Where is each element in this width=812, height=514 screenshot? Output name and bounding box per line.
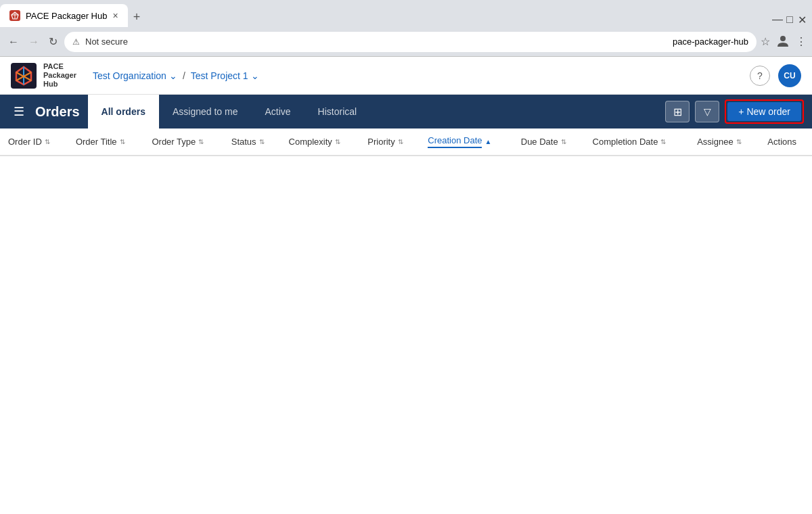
address-input-container[interactable]: ⚠ Not secure pace-packager-hub [64, 32, 757, 52]
breadcrumb-separator: / [183, 70, 185, 81]
breadcrumb: Test Organization ⌄ / Test Project 1 ⌄ [93, 70, 259, 81]
close-window-button[interactable]: ✕ [797, 15, 807, 24]
table-header-row: Order ID ⇅ Order Title ⇅ [0, 128, 812, 156]
col-actions-label: Actions [767, 137, 796, 147]
logo-text: PACE Packager Hub [43, 62, 76, 89]
filter-icon: ▽ [704, 106, 711, 117]
col-priority[interactable]: Priority ⇅ [359, 128, 420, 156]
col-assignee[interactable]: Assignee ⇅ [689, 128, 759, 156]
sort-icon-completion-date: ⇅ [660, 138, 666, 145]
not-secure-label: Not secure [85, 37, 667, 47]
account-button[interactable] [775, 33, 790, 51]
address-bar-actions: ☆ ⋮ [761, 33, 807, 51]
view-toggle-button[interactable]: ⊞ [665, 101, 690, 122]
col-creation-date[interactable]: Creation Date ▲ [420, 128, 512, 156]
table-header: Order ID ⇅ Order Title ⇅ [0, 128, 812, 156]
col-due-date-label: Due Date [521, 137, 558, 147]
tab-active[interactable]: Active [251, 95, 304, 128]
sort-icon-order-type: ⇅ [198, 138, 204, 145]
col-complexity-label: Complexity [289, 137, 332, 147]
breadcrumb-org[interactable]: Test Organization ⌄ [93, 70, 177, 81]
user-avatar[interactable]: CU [778, 64, 801, 87]
app-container: PACE Packager Hub Test Organization ⌄ / … [0, 57, 812, 514]
nav-bar-right: ⊞ ▽ + New order [665, 99, 804, 124]
browser-window: PACE Packager Hub × + — □ ✕ ← → ↻ ⚠ Not … [0, 0, 812, 514]
tab-historical[interactable]: Historical [304, 95, 371, 128]
col-status[interactable]: Status ⇅ [223, 128, 281, 156]
header-right: ? CU [750, 64, 801, 87]
col-actions: Actions [759, 128, 812, 156]
new-order-btn-highlight: + New order [725, 99, 804, 124]
sort-icon-status: ⇅ [259, 138, 265, 145]
project-chevron-icon: ⌄ [251, 70, 259, 81]
nav-bar: ☰ Orders All orders Assigned to me Activ… [0, 95, 812, 128]
forward-button[interactable]: → [26, 33, 42, 51]
new-order-button[interactable]: + New order [727, 102, 801, 121]
col-assignee-label: Assignee [697, 137, 733, 147]
logo-icon [11, 63, 37, 89]
sort-icon-order-title: ⇅ [120, 138, 125, 145]
sort-icon-priority: ⇅ [398, 138, 403, 145]
tab-all-orders[interactable]: All orders [88, 95, 159, 128]
col-completion-date[interactable]: Completion Date ⇅ [585, 128, 690, 156]
app-logo: PACE Packager Hub [11, 62, 76, 89]
app-header: PACE Packager Hub Test Organization ⌄ / … [0, 57, 812, 95]
minimize-button[interactable]: — [773, 15, 782, 24]
project-label: Test Project 1 [191, 70, 248, 81]
col-creation-date-label: Creation Date [428, 135, 482, 148]
col-completion-date-label: Completion Date [593, 137, 658, 147]
sort-icon-order-id: ⇅ [45, 138, 50, 145]
col-order-type[interactable]: Order Type ⇅ [143, 128, 223, 156]
col-order-type-label: Order Type [152, 137, 196, 147]
col-status-label: Status [231, 137, 256, 147]
col-priority-label: Priority [367, 137, 394, 147]
browser-menu-button[interactable]: ⋮ [796, 35, 807, 48]
refresh-button[interactable]: ↻ [46, 32, 60, 51]
url-text: pace-packager-hub [673, 37, 748, 47]
svg-point-4 [780, 36, 786, 41]
sort-icon-due-date: ⇅ [561, 138, 566, 145]
tab-favicon [9, 10, 20, 21]
breadcrumb-project[interactable]: Test Project 1 ⌄ [191, 70, 259, 81]
col-order-title[interactable]: Order Title ⇅ [68, 128, 144, 156]
org-label: Test Organization [93, 70, 166, 81]
tab-assigned-to-me[interactable]: Assigned to me [159, 95, 252, 128]
tab-bar: PACE Packager Hub × + — □ ✕ [0, 0, 812, 27]
sort-icon-complexity: ⇅ [335, 138, 340, 145]
window-controls: — □ ✕ [773, 15, 812, 27]
back-button[interactable]: ← [5, 33, 22, 51]
tab-title-label: PACE Packager Hub [26, 11, 107, 21]
bookmark-button[interactable]: ☆ [761, 35, 770, 48]
browser-tab: PACE Packager Hub × [0, 4, 128, 27]
col-order-title-label: Order Title [76, 137, 117, 147]
filter-button[interactable]: ▽ [695, 101, 719, 122]
sort-icon-assignee: ⇅ [736, 138, 742, 145]
orders-table: Order ID ⇅ Order Title ⇅ [0, 128, 812, 156]
maximize-button[interactable]: □ [785, 15, 794, 24]
nav-tabs: All orders Assigned to me Active Histori… [88, 95, 371, 128]
col-order-id-label: Order ID [8, 137, 42, 147]
table-container: Order ID ⇅ Order Title ⇅ [0, 128, 812, 514]
new-tab-button[interactable]: + [128, 7, 146, 27]
not-secure-icon: ⚠ [72, 37, 80, 47]
sort-icon-creation-date: ▲ [484, 138, 491, 145]
hamburger-menu-button[interactable]: ☰ [8, 100, 30, 123]
col-order-id[interactable]: Order ID ⇅ [0, 128, 68, 156]
tab-close-btn[interactable]: × [112, 10, 118, 21]
help-button[interactable]: ? [750, 66, 770, 86]
org-chevron-icon: ⌄ [169, 70, 177, 81]
page-title: Orders [35, 104, 80, 120]
col-complexity[interactable]: Complexity ⇅ [281, 128, 360, 156]
address-bar: ← → ↻ ⚠ Not secure pace-packager-hub ☆ ⋮ [0, 27, 812, 57]
grid-view-icon: ⊞ [673, 106, 682, 118]
col-due-date[interactable]: Due Date ⇅ [513, 128, 585, 156]
